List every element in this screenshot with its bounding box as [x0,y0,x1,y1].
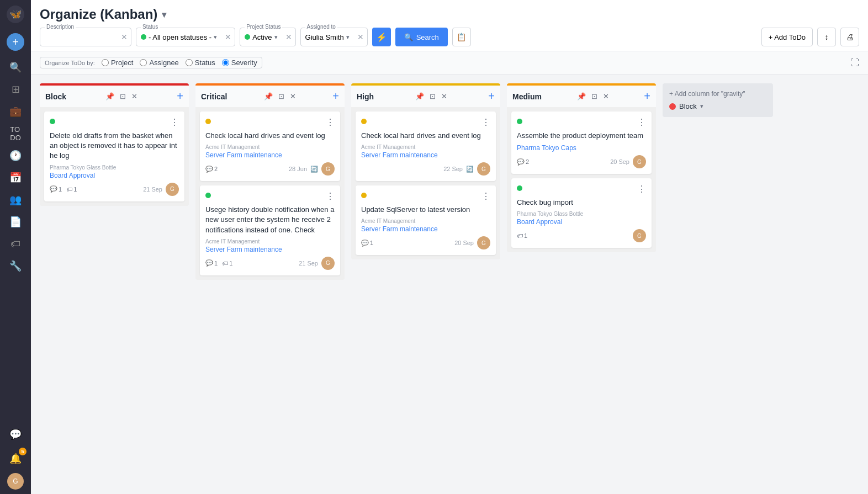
status-filter: Status - All open statuses - ▾ ✕ [136,28,235,46]
column-block-close-btn[interactable]: ✕ [130,91,139,102]
list-sidebar-icon[interactable]: 📄 [6,212,25,232]
card-block-1-header: ⋮ [50,117,179,128]
status-select[interactable]: - All open statuses - ▾ [136,33,221,41]
status-arrow-icon: ▾ [214,34,217,41]
description-input[interactable] [40,33,118,41]
column-medium-expand-btn[interactable]: ⊡ [590,91,599,102]
card-high-2-status [361,193,367,198]
calendar-sidebar-icon[interactable]: 📅 [6,168,25,188]
column-critical-close-btn[interactable]: ✕ [289,91,297,102]
card-high-2-project-label: Acme IT Management [361,218,490,224]
organize-status-option[interactable]: Status [186,59,215,67]
column-critical-header: Critical 📌 ⊡ ✕ + [195,83,345,107]
card-medium-1-project-link[interactable]: Pharma Tokyo Caps [517,144,646,152]
status-clear-btn[interactable]: ✕ [221,33,235,41]
todo-sidebar-icon[interactable]: TODO [6,124,25,144]
briefcase-sidebar-icon[interactable]: 💼 [6,102,25,121]
column-critical-add-btn[interactable]: + [332,90,339,103]
card-critical-2-project-label: Acme IT Management [205,238,335,245]
card-medium-2-project-link[interactable]: Board Approval [517,218,646,226]
card-high-1-menu[interactable]: ⋮ [481,117,490,128]
card-block-1-project-link[interactable]: Board Approval [50,172,179,179]
column-medium-pin-btn[interactable]: 📌 [576,91,587,102]
card-medium-2-title: Check bug import [517,198,646,208]
card-block-1-footer-right: 21 Sep G [143,183,179,196]
assigned-clear-btn[interactable]: ✕ [354,33,367,41]
project-status-select[interactable]: Active ▾ [240,33,282,41]
column-critical-pin-btn[interactable]: 📌 [263,91,274,102]
card-critical-2-header: ⋮ [205,191,335,201]
column-block-pin-btn[interactable]: 📌 [104,91,115,102]
organize-status-radio[interactable] [186,59,193,66]
comment-icon: 💬 [361,240,369,247]
organize-assignee-radio[interactable] [140,59,147,66]
organize-assignee-option[interactable]: Assignee [140,59,178,67]
card-critical-2-tags: 🏷 1 [222,260,232,267]
search-button[interactable]: 🔍 Search [395,28,448,46]
add-column-arrow-icon: ▾ [700,103,703,110]
card-medium-1-menu[interactable]: ⋮ [637,117,646,128]
column-block-add-btn[interactable]: + [177,90,183,103]
settings-sidebar-icon[interactable]: 🔧 [6,256,25,276]
users-sidebar-icon[interactable]: 👥 [6,190,25,210]
header: Organize (Kanban) ▾ Description ✕ Status… [31,0,868,51]
chat-sidebar-icon[interactable]: 💬 [6,424,25,444]
card-block-1-comments: 💬 1 [50,185,62,193]
card-high-1-status [361,119,367,124]
description-clear-btn[interactable]: ✕ [118,33,131,41]
grid-sidebar-icon[interactable]: ⊞ [6,79,25,99]
export-button[interactable]: 📋 [452,28,471,46]
card-high-1: ⋮ Check local hard drives and event log … [356,111,496,181]
card-block-1-tags: 🏷 1 [66,186,77,193]
column-critical: Critical 📌 ⊡ ✕ + ⋮ Check local hard driv… [195,83,345,280]
column-high-actions: 📌 ⊡ ✕ [414,91,448,102]
card-high-2-menu[interactable]: ⋮ [481,191,490,201]
column-medium-close-btn[interactable]: ✕ [602,91,610,102]
card-high-2-project-link[interactable]: Server Farm maintenance [361,225,490,233]
filter-active-btn[interactable]: ⚡ [372,28,391,46]
card-critical-1-date: 28 Jun [289,166,307,172]
organize-severity-option[interactable]: Severity [222,59,257,67]
assigned-select[interactable]: Giulia Smith ▾ [301,33,354,41]
organize-label-text: Organize ToDo by: [45,60,95,66]
organize-project-radio[interactable] [102,59,109,66]
card-medium-1-footer-right: 20 Sep G [610,155,646,168]
organize-project-option[interactable]: Project [102,59,133,67]
card-medium-2-project-label: Pharma Tokyo Glass Bottle [517,211,646,217]
search-sidebar-icon[interactable]: 🔍 [6,57,25,77]
user-avatar[interactable]: G [7,473,24,490]
notifications-sidebar-icon[interactable]: 🔔 5 [6,449,25,469]
card-critical-2-menu[interactable]: ⋮ [326,191,335,201]
column-high-expand-btn[interactable]: ⊡ [428,91,437,102]
column-high-add-btn[interactable]: + [488,90,495,103]
organize-severity-radio[interactable] [222,59,229,66]
column-high-close-btn[interactable]: ✕ [440,91,448,102]
fullscreen-button[interactable]: ⛶ [850,58,859,68]
column-block-actions: 📌 ⊡ ✕ [104,91,139,102]
card-critical-1-project-link[interactable]: Server Farm maintenance [205,151,335,159]
card-critical-1-header: ⋮ [205,117,335,128]
title-chevron[interactable]: ▾ [162,9,166,20]
status-filter-label: Status [141,24,160,30]
column-critical-expand-btn[interactable]: ⊡ [277,91,285,102]
column-block-expand-btn[interactable]: ⊡ [119,91,127,102]
add-todo-label: + Add ToDo [769,33,806,41]
clock-sidebar-icon[interactable]: 🕐 [6,146,25,166]
tag-sidebar-icon[interactable]: 🏷 [6,234,25,254]
print-button[interactable]: 🖨 [840,28,859,46]
sort-button[interactable]: ↕ [817,28,836,46]
project-status-clear-btn[interactable]: ✕ [282,33,295,41]
card-block-1-menu[interactable]: ⋮ [170,117,179,128]
column-medium: Medium 📌 ⊡ ✕ + ⋮ Assemble the product de… [507,83,656,252]
column-high-pin-btn[interactable]: 📌 [414,91,425,102]
card-high-1-project-link[interactable]: Server Farm maintenance [361,151,490,159]
card-critical-2-project-link[interactable]: Server Farm maintenance [205,246,335,253]
add-button[interactable]: + [7,33,24,51]
card-critical-1-menu[interactable]: ⋮ [326,117,335,128]
add-todo-button[interactable]: + Add ToDo [761,28,813,46]
card-critical-1-meta: 💬 2 [205,166,218,173]
column-medium-add-btn[interactable]: + [644,90,650,103]
card-high-2-meta: 💬 1 [361,240,373,247]
card-medium-2-menu[interactable]: ⋮ [637,184,646,194]
add-column-panel[interactable]: + Add column for "gravity" Block ▾ [663,83,773,117]
